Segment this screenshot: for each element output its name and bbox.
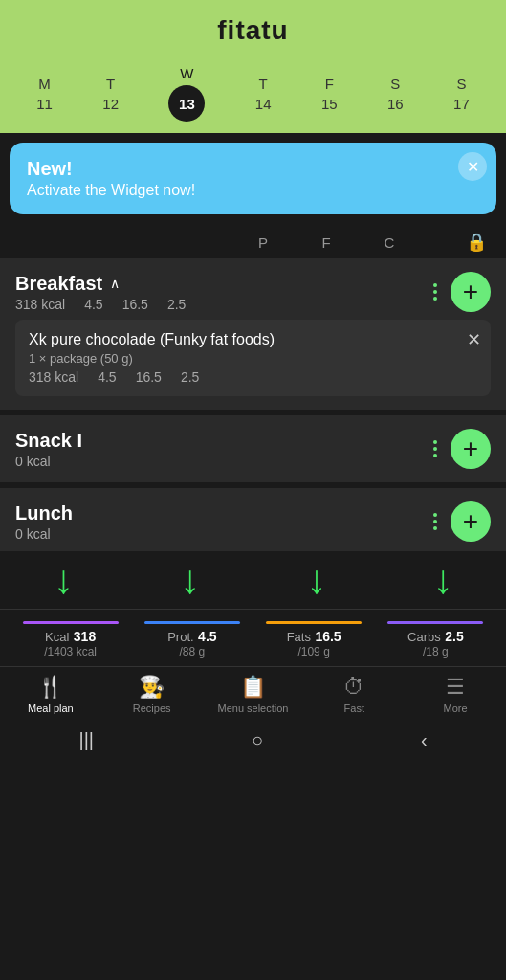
fats-bar xyxy=(266,621,362,624)
nav-more-label: More xyxy=(444,702,468,714)
breakfast-macros: 318 kcal 4.5 16.5 2.5 xyxy=(15,297,186,312)
food-kcal: 318 kcal xyxy=(29,369,78,385)
arrows-overlay: ↓ ↓ ↓ ↓ xyxy=(0,551,506,609)
snack-section: Snack I 0 kcal + xyxy=(0,415,506,482)
summary-bar: Kcal 318 /1403 kcal Prot. 4.5 /88 g Fats… xyxy=(0,609,506,666)
snack-add-button[interactable]: + xyxy=(451,429,491,469)
more-icon: ☰ xyxy=(446,675,465,700)
nav-fast-label: Fast xyxy=(344,702,364,714)
menu-selection-icon: 📋 xyxy=(240,675,266,700)
system-menu-icon[interactable]: ||| xyxy=(78,729,94,751)
header: fitatu M 11 T 12 W 13 T 14 F 15 S 16 S 1… xyxy=(0,0,506,133)
lunch-kcal: 0 kcal xyxy=(15,526,51,542)
summary-carbs: Carbs 2.5 /18 g xyxy=(387,621,483,658)
breakfast-f: 16.5 xyxy=(122,297,148,312)
nav-menu-selection-label: Menu selection xyxy=(217,702,288,714)
col-header-c: C xyxy=(372,234,407,251)
week-nav: M 11 T 12 W 13 T 14 F 15 S 16 S 17 xyxy=(0,57,506,133)
lunch-add-button[interactable]: + xyxy=(451,501,491,542)
day-friday[interactable]: F 15 xyxy=(321,76,338,112)
breakfast-chevron-icon: ∧ xyxy=(110,276,120,291)
nav-recipes[interactable]: 👨‍🍳 Recipes xyxy=(101,675,203,714)
lunch-options-button[interactable] xyxy=(429,509,441,534)
food-remove-button[interactable]: ✕ xyxy=(467,329,481,350)
food-portion: 1 × package (50 g) xyxy=(29,351,477,366)
summary-prot: Prot. 4.5 /88 g xyxy=(144,621,240,658)
food-p: 4.5 xyxy=(98,369,116,385)
summary-fats: Fats 16.5 /109 g xyxy=(266,621,362,658)
nav-menu-selection[interactable]: 📋 Menu selection xyxy=(203,675,304,714)
food-name: Xk pure chocolade (Funky fat foods) xyxy=(29,331,477,348)
nav-bar: 🍴 Meal plan 👨‍🍳 Recipes 📋 Menu selection… xyxy=(0,666,506,720)
kcal-bar xyxy=(23,621,119,624)
kcal-value: 318 xyxy=(74,629,96,644)
prot-value: 4.5 xyxy=(198,629,216,644)
breakfast-add-button[interactable]: + xyxy=(451,272,491,312)
carbs-label: Carbs xyxy=(407,630,441,644)
summary-kcal: Kcal 318 /1403 kcal xyxy=(23,621,119,658)
snack-title: Snack I xyxy=(15,430,82,452)
prot-bar xyxy=(144,621,240,624)
system-home-icon[interactable]: ○ xyxy=(252,729,263,751)
carbs-bar xyxy=(387,621,483,624)
fats-value: 16.5 xyxy=(315,629,341,644)
banner-text: Activate the Widget now! xyxy=(27,182,449,199)
arrow-3-icon: ↓ xyxy=(306,560,326,600)
breakfast-p: 4.5 xyxy=(84,297,102,312)
kcal-label: Kcal xyxy=(45,630,69,644)
day-saturday[interactable]: S 16 xyxy=(387,76,404,112)
snack-options-button[interactable] xyxy=(429,436,441,461)
banner-new-label: New! xyxy=(27,158,449,180)
day-wednesday[interactable]: W 13 xyxy=(168,65,205,122)
arrow-1-icon: ↓ xyxy=(54,560,74,600)
carbs-max: /18 g xyxy=(423,645,449,658)
snack-header: Snack I 0 kcal + xyxy=(15,429,491,469)
kcal-max: /1403 kcal xyxy=(44,645,97,658)
breakfast-c: 2.5 xyxy=(167,297,186,312)
snack-kcal: 0 kcal xyxy=(15,454,82,469)
recipes-icon: 👨‍🍳 xyxy=(139,675,165,700)
breakfast-header: Breakfast ∧ 318 kcal 4.5 16.5 2.5 + xyxy=(15,272,491,312)
widget-banner: New! Activate the Widget now! ✕ xyxy=(10,143,496,214)
day-thursday[interactable]: T 14 xyxy=(255,76,272,112)
lunch-header: Lunch 0 kcal + xyxy=(15,501,491,542)
nav-more[interactable]: ☰ More xyxy=(405,675,506,714)
arrow-4-icon: ↓ xyxy=(432,560,452,600)
app-title: fitatu xyxy=(0,15,506,57)
food-f: 16.5 xyxy=(136,369,162,385)
breakfast-section: Breakfast ∧ 318 kcal 4.5 16.5 2.5 + Xk p… xyxy=(0,258,506,410)
fats-label: Fats xyxy=(287,630,311,644)
food-c: 2.5 xyxy=(181,369,199,385)
food-item-chocolate: Xk pure chocolade (Funky fat foods) 1 × … xyxy=(15,320,491,396)
day-sunday[interactable]: S 17 xyxy=(453,76,470,112)
food-macros: 318 kcal 4.5 16.5 2.5 xyxy=(29,369,477,385)
nav-meal-plan-label: Meal plan xyxy=(28,702,74,714)
lunch-title: Lunch xyxy=(15,502,73,524)
nav-fast[interactable]: ⏱ Fast xyxy=(303,675,405,714)
col-header-f: F xyxy=(309,234,343,251)
breakfast-options-button[interactable] xyxy=(429,279,441,304)
arrow-2-icon: ↓ xyxy=(180,560,200,600)
nav-meal-plan[interactable]: 🍴 Meal plan xyxy=(0,675,101,714)
meal-plan-icon: 🍴 xyxy=(37,675,63,700)
prot-max: /88 g xyxy=(180,645,206,658)
lunch-section: Lunch 0 kcal + xyxy=(0,488,506,551)
breakfast-title: Breakfast xyxy=(15,273,102,295)
lock-icon: 🔒 xyxy=(466,232,487,253)
prot-label: Prot. xyxy=(167,630,193,644)
col-header-p: P xyxy=(246,234,280,251)
summary-row: Kcal 318 /1403 kcal Prot. 4.5 /88 g Fats… xyxy=(0,617,506,662)
day-monday[interactable]: M 11 xyxy=(36,76,53,112)
breakfast-kcal: 318 kcal xyxy=(15,297,65,312)
system-nav: ||| ○ ‹ xyxy=(0,720,506,761)
fast-icon: ⏱ xyxy=(343,675,364,700)
fats-max: /109 g xyxy=(297,645,329,658)
carbs-value: 2.5 xyxy=(445,629,463,644)
nav-recipes-label: Recipes xyxy=(133,702,171,714)
banner-close-button[interactable]: ✕ xyxy=(458,152,487,181)
day-tuesday[interactable]: T 12 xyxy=(102,76,119,112)
system-back-icon[interactable]: ‹ xyxy=(421,729,428,751)
